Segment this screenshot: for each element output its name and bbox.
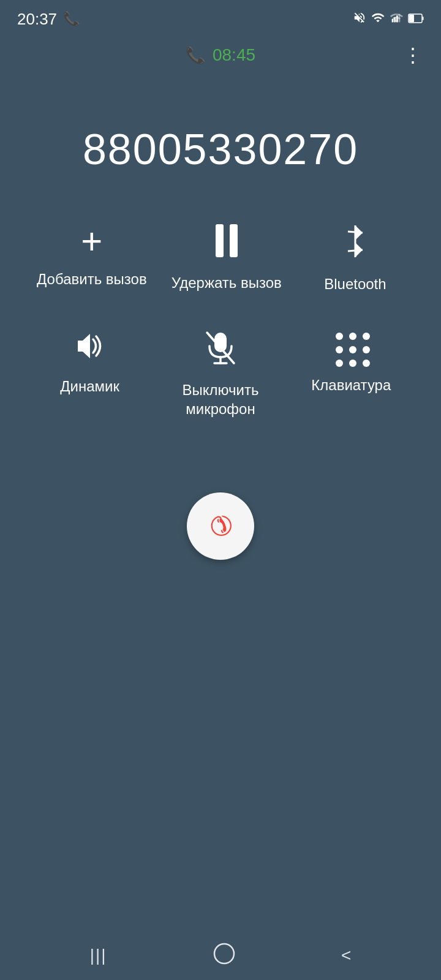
keypad-dot (349, 333, 356, 340)
speaker-label: Динамик (60, 377, 119, 396)
add-call-label: Добавить вызов (37, 270, 147, 288)
signal-icon (390, 11, 403, 28)
svg-rect-1 (394, 17, 396, 22)
call-phone-icon: 📞 (186, 46, 205, 65)
mute-mic-button[interactable]: Выключить микрофон (172, 330, 270, 418)
controls-area: + Добавить вызов Удержать вызов (0, 211, 441, 468)
end-call-button[interactable]: ✆ (187, 492, 254, 560)
call-timer: 📞 08:45 (186, 45, 255, 65)
hold-call-icon (213, 223, 240, 263)
keypad-dot (349, 360, 356, 367)
hold-call-button[interactable]: Удержать вызов (172, 223, 282, 292)
controls-row-2: Динамик (24, 330, 417, 418)
keypad-dot (349, 346, 356, 353)
end-call-area: ✆ (0, 468, 441, 597)
svg-point-13 (214, 944, 234, 963)
hold-call-label: Удержать вызов (172, 273, 282, 292)
keypad-dot (363, 333, 370, 340)
bluetooth-label: Bluetooth (324, 274, 386, 293)
status-right (353, 11, 424, 28)
svg-rect-6 (409, 15, 414, 22)
svg-rect-2 (396, 15, 398, 22)
phone-number-area: 88005330270 (0, 76, 441, 211)
wifi-icon (371, 11, 385, 28)
bluetooth-button[interactable]: Bluetooth (306, 223, 404, 293)
mute-mic-label: Выключить микрофон (183, 380, 259, 418)
status-time: 20:37 (17, 10, 57, 29)
nav-home-button[interactable] (213, 943, 235, 969)
svg-rect-7 (216, 224, 224, 257)
nav-back-button[interactable]: < (341, 946, 351, 965)
keypad-button[interactable]: Клавиатура (302, 330, 400, 394)
add-call-icon: + (81, 223, 102, 260)
status-bar: 20:37 📞 (0, 0, 441, 34)
keypad-dot (336, 346, 343, 353)
nav-recent-button[interactable]: ||| (90, 946, 107, 965)
keypad-dot (336, 360, 343, 367)
call-screen: 20:37 📞 (0, 0, 441, 597)
bluetooth-icon (342, 223, 369, 265)
svg-rect-5 (423, 17, 424, 20)
keypad-dot (363, 346, 370, 353)
svg-rect-0 (392, 18, 394, 22)
battery-icon (408, 12, 424, 26)
phone-number: 88005330270 (83, 125, 358, 174)
svg-rect-8 (230, 224, 238, 257)
speaker-icon (73, 330, 107, 367)
mute-mic-icon (205, 330, 236, 371)
keypad-label: Клавиатура (311, 375, 391, 394)
call-header: 📞 08:45 ⋮ (0, 34, 441, 76)
speaker-button[interactable]: Динамик (41, 330, 139, 396)
status-call-icon: 📞 (63, 11, 80, 27)
keypad-dot (363, 360, 370, 367)
add-call-button[interactable]: + Добавить вызов (37, 223, 147, 288)
keypad-dot (336, 333, 343, 340)
end-call-icon: ✆ (202, 507, 239, 545)
svg-rect-3 (399, 13, 401, 22)
keypad-icon (336, 330, 366, 366)
call-duration: 08:45 (213, 45, 255, 65)
status-left: 20:37 📞 (17, 10, 80, 29)
silent-icon (353, 11, 366, 28)
more-options-button[interactable]: ⋮ (403, 43, 424, 67)
controls-row-1: + Добавить вызов Удержать вызов (24, 223, 417, 293)
nav-bar: ||| < (0, 931, 441, 980)
